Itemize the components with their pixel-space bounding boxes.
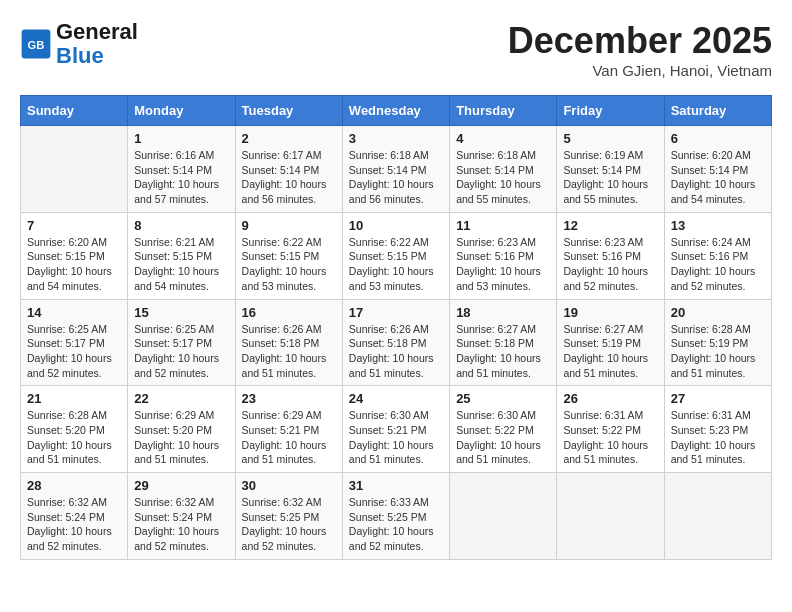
logo: GB GeneralBlue xyxy=(20,20,138,68)
calendar-cell: 11Sunrise: 6:23 AM Sunset: 5:16 PM Dayli… xyxy=(450,212,557,299)
calendar-cell xyxy=(557,473,664,560)
calendar-cell: 26Sunrise: 6:31 AM Sunset: 5:22 PM Dayli… xyxy=(557,386,664,473)
calendar-cell: 6Sunrise: 6:20 AM Sunset: 5:14 PM Daylig… xyxy=(664,126,771,213)
calendar-cell: 13Sunrise: 6:24 AM Sunset: 5:16 PM Dayli… xyxy=(664,212,771,299)
day-number: 25 xyxy=(456,391,550,406)
cell-info: Sunrise: 6:18 AM Sunset: 5:14 PM Dayligh… xyxy=(349,148,443,207)
day-number: 24 xyxy=(349,391,443,406)
day-number: 27 xyxy=(671,391,765,406)
day-number: 13 xyxy=(671,218,765,233)
cell-info: Sunrise: 6:19 AM Sunset: 5:14 PM Dayligh… xyxy=(563,148,657,207)
week-row-1: 1Sunrise: 6:16 AM Sunset: 5:14 PM Daylig… xyxy=(21,126,772,213)
month-title: December 2025 xyxy=(508,20,772,62)
cell-info: Sunrise: 6:17 AM Sunset: 5:14 PM Dayligh… xyxy=(242,148,336,207)
weekday-header-monday: Monday xyxy=(128,96,235,126)
cell-info: Sunrise: 6:33 AM Sunset: 5:25 PM Dayligh… xyxy=(349,495,443,554)
weekday-header-friday: Friday xyxy=(557,96,664,126)
cell-info: Sunrise: 6:23 AM Sunset: 5:16 PM Dayligh… xyxy=(456,235,550,294)
calendar-cell xyxy=(21,126,128,213)
day-number: 2 xyxy=(242,131,336,146)
calendar-cell: 21Sunrise: 6:28 AM Sunset: 5:20 PM Dayli… xyxy=(21,386,128,473)
cell-info: Sunrise: 6:28 AM Sunset: 5:20 PM Dayligh… xyxy=(27,408,121,467)
cell-info: Sunrise: 6:27 AM Sunset: 5:19 PM Dayligh… xyxy=(563,322,657,381)
cell-info: Sunrise: 6:21 AM Sunset: 5:15 PM Dayligh… xyxy=(134,235,228,294)
logo-icon: GB xyxy=(20,28,52,60)
calendar-cell: 1Sunrise: 6:16 AM Sunset: 5:14 PM Daylig… xyxy=(128,126,235,213)
calendar-cell: 15Sunrise: 6:25 AM Sunset: 5:17 PM Dayli… xyxy=(128,299,235,386)
cell-info: Sunrise: 6:20 AM Sunset: 5:15 PM Dayligh… xyxy=(27,235,121,294)
week-row-5: 28Sunrise: 6:32 AM Sunset: 5:24 PM Dayli… xyxy=(21,473,772,560)
day-number: 7 xyxy=(27,218,121,233)
weekday-header-thursday: Thursday xyxy=(450,96,557,126)
calendar-cell: 31Sunrise: 6:33 AM Sunset: 5:25 PM Dayli… xyxy=(342,473,449,560)
day-number: 10 xyxy=(349,218,443,233)
calendar-cell: 9Sunrise: 6:22 AM Sunset: 5:15 PM Daylig… xyxy=(235,212,342,299)
day-number: 22 xyxy=(134,391,228,406)
cell-info: Sunrise: 6:30 AM Sunset: 5:22 PM Dayligh… xyxy=(456,408,550,467)
calendar-cell: 28Sunrise: 6:32 AM Sunset: 5:24 PM Dayli… xyxy=(21,473,128,560)
cell-info: Sunrise: 6:20 AM Sunset: 5:14 PM Dayligh… xyxy=(671,148,765,207)
cell-info: Sunrise: 6:23 AM Sunset: 5:16 PM Dayligh… xyxy=(563,235,657,294)
week-row-3: 14Sunrise: 6:25 AM Sunset: 5:17 PM Dayli… xyxy=(21,299,772,386)
calendar-cell: 2Sunrise: 6:17 AM Sunset: 5:14 PM Daylig… xyxy=(235,126,342,213)
weekday-header-tuesday: Tuesday xyxy=(235,96,342,126)
day-number: 28 xyxy=(27,478,121,493)
cell-info: Sunrise: 6:26 AM Sunset: 5:18 PM Dayligh… xyxy=(242,322,336,381)
svg-text:GB: GB xyxy=(28,39,45,51)
cell-info: Sunrise: 6:29 AM Sunset: 5:20 PM Dayligh… xyxy=(134,408,228,467)
calendar-cell: 23Sunrise: 6:29 AM Sunset: 5:21 PM Dayli… xyxy=(235,386,342,473)
cell-info: Sunrise: 6:16 AM Sunset: 5:14 PM Dayligh… xyxy=(134,148,228,207)
day-number: 26 xyxy=(563,391,657,406)
calendar-cell: 5Sunrise: 6:19 AM Sunset: 5:14 PM Daylig… xyxy=(557,126,664,213)
weekday-header-row: SundayMondayTuesdayWednesdayThursdayFrid… xyxy=(21,96,772,126)
calendar-cell: 24Sunrise: 6:30 AM Sunset: 5:21 PM Dayli… xyxy=(342,386,449,473)
day-number: 8 xyxy=(134,218,228,233)
calendar-cell: 4Sunrise: 6:18 AM Sunset: 5:14 PM Daylig… xyxy=(450,126,557,213)
day-number: 15 xyxy=(134,305,228,320)
calendar-cell: 7Sunrise: 6:20 AM Sunset: 5:15 PM Daylig… xyxy=(21,212,128,299)
logo-text: GeneralBlue xyxy=(56,20,138,68)
calendar-cell: 19Sunrise: 6:27 AM Sunset: 5:19 PM Dayli… xyxy=(557,299,664,386)
cell-info: Sunrise: 6:22 AM Sunset: 5:15 PM Dayligh… xyxy=(349,235,443,294)
day-number: 4 xyxy=(456,131,550,146)
day-number: 20 xyxy=(671,305,765,320)
calendar-cell: 27Sunrise: 6:31 AM Sunset: 5:23 PM Dayli… xyxy=(664,386,771,473)
cell-info: Sunrise: 6:31 AM Sunset: 5:22 PM Dayligh… xyxy=(563,408,657,467)
weekday-header-saturday: Saturday xyxy=(664,96,771,126)
header: GB GeneralBlue December 2025 Van GJien, … xyxy=(20,20,772,79)
cell-info: Sunrise: 6:32 AM Sunset: 5:24 PM Dayligh… xyxy=(27,495,121,554)
day-number: 16 xyxy=(242,305,336,320)
calendar-cell xyxy=(664,473,771,560)
week-row-2: 7Sunrise: 6:20 AM Sunset: 5:15 PM Daylig… xyxy=(21,212,772,299)
calendar-cell: 29Sunrise: 6:32 AM Sunset: 5:24 PM Dayli… xyxy=(128,473,235,560)
calendar-cell: 3Sunrise: 6:18 AM Sunset: 5:14 PM Daylig… xyxy=(342,126,449,213)
cell-info: Sunrise: 6:31 AM Sunset: 5:23 PM Dayligh… xyxy=(671,408,765,467)
cell-info: Sunrise: 6:26 AM Sunset: 5:18 PM Dayligh… xyxy=(349,322,443,381)
calendar-cell: 14Sunrise: 6:25 AM Sunset: 5:17 PM Dayli… xyxy=(21,299,128,386)
cell-info: Sunrise: 6:30 AM Sunset: 5:21 PM Dayligh… xyxy=(349,408,443,467)
day-number: 9 xyxy=(242,218,336,233)
day-number: 11 xyxy=(456,218,550,233)
calendar-cell: 20Sunrise: 6:28 AM Sunset: 5:19 PM Dayli… xyxy=(664,299,771,386)
cell-info: Sunrise: 6:25 AM Sunset: 5:17 PM Dayligh… xyxy=(134,322,228,381)
title-area: December 2025 Van GJien, Hanoi, Vietnam xyxy=(508,20,772,79)
day-number: 21 xyxy=(27,391,121,406)
calendar-cell: 30Sunrise: 6:32 AM Sunset: 5:25 PM Dayli… xyxy=(235,473,342,560)
calendar-cell: 8Sunrise: 6:21 AM Sunset: 5:15 PM Daylig… xyxy=(128,212,235,299)
calendar-cell: 16Sunrise: 6:26 AM Sunset: 5:18 PM Dayli… xyxy=(235,299,342,386)
cell-info: Sunrise: 6:18 AM Sunset: 5:14 PM Dayligh… xyxy=(456,148,550,207)
cell-info: Sunrise: 6:25 AM Sunset: 5:17 PM Dayligh… xyxy=(27,322,121,381)
cell-info: Sunrise: 6:32 AM Sunset: 5:24 PM Dayligh… xyxy=(134,495,228,554)
weekday-header-wednesday: Wednesday xyxy=(342,96,449,126)
calendar-cell: 10Sunrise: 6:22 AM Sunset: 5:15 PM Dayli… xyxy=(342,212,449,299)
day-number: 6 xyxy=(671,131,765,146)
calendar-table: SundayMondayTuesdayWednesdayThursdayFrid… xyxy=(20,95,772,560)
cell-info: Sunrise: 6:28 AM Sunset: 5:19 PM Dayligh… xyxy=(671,322,765,381)
day-number: 23 xyxy=(242,391,336,406)
day-number: 1 xyxy=(134,131,228,146)
day-number: 3 xyxy=(349,131,443,146)
calendar-cell: 18Sunrise: 6:27 AM Sunset: 5:18 PM Dayli… xyxy=(450,299,557,386)
cell-info: Sunrise: 6:24 AM Sunset: 5:16 PM Dayligh… xyxy=(671,235,765,294)
calendar-cell: 17Sunrise: 6:26 AM Sunset: 5:18 PM Dayli… xyxy=(342,299,449,386)
day-number: 19 xyxy=(563,305,657,320)
